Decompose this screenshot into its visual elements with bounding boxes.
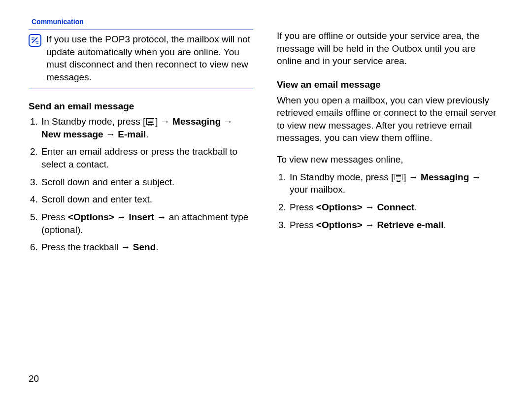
step-text: In Standby mode, press [: [290, 172, 394, 182]
step-text: .: [414, 202, 417, 212]
section-header: Communication: [32, 18, 503, 26]
step-bold: <Options>: [316, 202, 363, 212]
list-item: Press the trackball → Send.: [40, 241, 253, 254]
step-text: Press: [290, 220, 316, 230]
list-item: In Standby mode, press [] → Messaging → …: [289, 171, 501, 196]
step-text: .: [444, 220, 446, 230]
step-bold: Connect: [377, 202, 414, 212]
svg-rect-5: [149, 125, 152, 126]
step-bold: Messaging: [421, 172, 469, 182]
note-icon: [29, 34, 41, 84]
step-text: →: [363, 220, 377, 230]
send-email-steps: In Standby mode, press [] → Messaging → …: [29, 115, 253, 254]
view-email-description: When you open a mailbox, you can view pr…: [277, 94, 501, 145]
list-item: Press <Options> → Connect.: [289, 201, 501, 214]
step-text: ] →: [155, 116, 172, 127]
step-bold: <Options>: [68, 212, 114, 222]
page-number: 20: [29, 373, 39, 384]
menu-key-icon: [395, 174, 402, 182]
step-bold: Insert: [129, 212, 154, 222]
view-email-title: View an email message: [277, 78, 501, 91]
left-column: If you use the POP3 protocol, the mailbo…: [29, 30, 253, 259]
right-column: If you are offline or outside your servi…: [277, 30, 501, 259]
step-text: Press: [290, 202, 316, 212]
content-columns: If you use the POP3 protocol, the mailbo…: [29, 30, 503, 259]
view-email-steps: In Standby mode, press [] → Messaging → …: [277, 171, 501, 232]
step-text: .: [146, 129, 148, 139]
outbox-note: If you are offline or outside your servi…: [277, 30, 501, 67]
step-text: →: [114, 212, 129, 222]
send-email-title: Send an email message: [29, 100, 253, 113]
step-text: ] →: [403, 172, 421, 182]
svg-rect-10: [397, 180, 400, 181]
step-bold: Retrieve e-mail: [377, 220, 443, 230]
list-item: Scroll down and enter a subject.: [40, 176, 253, 189]
step-text: In Standby mode, press [: [41, 116, 145, 127]
list-item: Press <Options> → Retrieve e-mail.: [289, 219, 501, 232]
step-text: →: [363, 202, 377, 212]
step-bold: <Options>: [316, 220, 363, 230]
list-item: In Standby mode, press [] → Messaging → …: [40, 115, 253, 140]
step-bold: Send: [133, 242, 156, 252]
list-item: Press <Options> → Insert → an attachment…: [40, 211, 253, 236]
list-item: Enter an email address or press the trac…: [40, 145, 253, 170]
note-box: If you use the POP3 protocol, the mailbo…: [29, 30, 253, 89]
step-text: Press the trackball →: [41, 242, 133, 252]
note-text: If you use the POP3 protocol, the mailbo…: [46, 33, 253, 84]
view-email-lead: To view new messages online,: [277, 153, 501, 166]
step-text: Press: [41, 212, 68, 222]
list-item: Scroll down and enter text.: [40, 193, 253, 206]
menu-key-icon: [146, 118, 154, 126]
step-text: .: [156, 242, 158, 252]
